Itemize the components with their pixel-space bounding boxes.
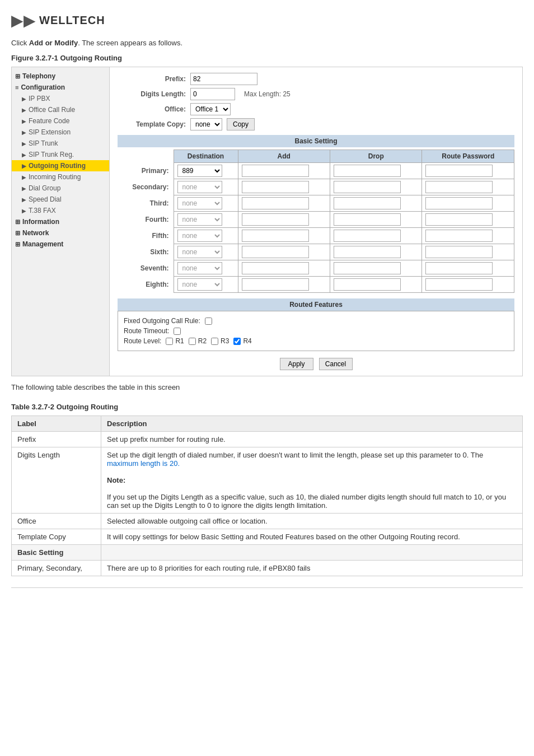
dest-select-4[interactable]: none889888887: [177, 230, 222, 242]
pw-input-5[interactable]: [425, 246, 493, 258]
prefix-input[interactable]: [190, 73, 257, 85]
sidebar-item-speed-dial[interactable]: ▶ Speed Dial: [12, 194, 109, 205]
template-copy-select[interactable]: none: [190, 118, 222, 130]
copy-button[interactable]: Copy: [227, 118, 255, 130]
pw-input-3[interactable]: [425, 213, 493, 226]
dest-select-7[interactable]: none889888887: [177, 278, 222, 291]
pw-input-7[interactable]: [425, 278, 493, 291]
dest-select-1[interactable]: none889888887: [177, 181, 222, 193]
add-cell-0: [238, 163, 330, 179]
digits-length-row: Digits Length: Max Length: 25: [118, 88, 514, 100]
prefix-control: [190, 73, 257, 85]
pw-input-2[interactable]: [425, 197, 493, 209]
dest-select-6[interactable]: none889888887: [177, 262, 222, 274]
drop-cell-2: [330, 195, 422, 212]
route-table-row: Eighth: none889888887: [118, 277, 514, 293]
ip-pbx-label: IP PBX: [29, 95, 50, 102]
route-level-r2-checkbox[interactable]: [189, 338, 196, 345]
sidebar-item-dial-group[interactable]: ▶ Dial Group: [12, 183, 109, 194]
dest-cell-5: none889888887: [174, 244, 238, 260]
desc-label-2: Office: [12, 514, 101, 529]
route-timeout-label: Route Timeout:: [124, 327, 169, 335]
dest-select-2[interactable]: none889888887: [177, 197, 222, 209]
max-length-label: Max Length: 25: [244, 90, 291, 98]
dest-select-5[interactable]: none889888887: [177, 246, 222, 258]
sidebar-item-sip-trunk[interactable]: ▶ SIP Trunk: [12, 138, 109, 149]
route-timeout-row: Route Timeout:: [124, 327, 508, 335]
add-input-3[interactable]: [242, 213, 309, 226]
sidebar-item-incoming-routing[interactable]: ▶ Incoming Routing: [12, 171, 109, 183]
route-table: Destination Add Drop Route Password Prim…: [118, 150, 514, 293]
add-input-2[interactable]: [242, 197, 309, 209]
apply-button[interactable]: Apply: [280, 358, 313, 370]
add-input-6[interactable]: [242, 262, 309, 274]
dest-cell-2: none889888887: [174, 195, 238, 212]
dest-cell-6: none889888887: [174, 260, 238, 277]
sidebar-item-network[interactable]: ⊞ Network: [12, 227, 109, 239]
intro-paragraph: Click Add or Modify. The screen appears …: [11, 39, 523, 47]
add-input-5[interactable]: [242, 246, 309, 258]
sidebar-item-ip-pbx[interactable]: ▶ IP PBX: [12, 93, 109, 104]
sidebar-item-information[interactable]: ⊞ Information: [12, 216, 109, 227]
logo: ▶▶ WELLTECH: [11, 11, 523, 30]
desc-label-1: Digits Length: [12, 447, 101, 514]
sidebar-item-feature-code[interactable]: ▶ Feature Code: [12, 115, 109, 127]
digits-length-control: Max Length: 25: [190, 88, 291, 100]
dest-select-0[interactable]: none889888887: [177, 165, 222, 177]
arrow-icon: ▶: [22, 129, 26, 136]
add-input-4[interactable]: [242, 230, 309, 242]
cancel-button[interactable]: Cancel: [319, 358, 353, 370]
add-input-1[interactable]: [242, 181, 309, 193]
office-row: Office: Office 1 Office 2 Office 3: [118, 103, 514, 115]
sidebar-item-t38-fax[interactable]: ▶ T.38 FAX: [12, 205, 109, 216]
drop-input-1[interactable]: [334, 181, 401, 193]
intro-text-suffix: . The screen appears as follows.: [78, 39, 182, 47]
office-control: Office 1 Office 2 Office 3: [190, 103, 231, 115]
pw-cell-2: [422, 195, 514, 212]
pw-input-4[interactable]: [425, 230, 493, 242]
arrow-icon: ▶: [22, 185, 26, 192]
sidebar-item-office-call-rule[interactable]: ▶ Office Call Rule: [12, 104, 109, 115]
sidebar-item-telephony[interactable]: ⊞ Telephony: [12, 71, 109, 82]
add-cell-2: [238, 195, 330, 212]
sidebar-item-management[interactable]: ⊞ Management: [12, 239, 109, 250]
route-timeout-checkbox[interactable]: [174, 328, 181, 335]
route-level-r3-checkbox[interactable]: [211, 338, 218, 345]
drop-input-6[interactable]: [334, 262, 401, 274]
dest-cell-3: none889888887: [174, 212, 238, 228]
add-input-0[interactable]: [242, 165, 309, 177]
network-icon: ⊞: [15, 230, 20, 237]
office-select[interactable]: Office 1 Office 2 Office 3: [190, 103, 231, 115]
configuration-label: Configuration: [21, 83, 65, 91]
add-input-7[interactable]: [242, 278, 309, 291]
route-level-r4-checkbox[interactable]: [233, 338, 241, 345]
sidebar-item-sip-trunk-reg[interactable]: ▶ SIP Trunk Reg.: [12, 149, 109, 160]
pw-input-6[interactable]: [425, 262, 493, 274]
drop-input-0[interactable]: [334, 165, 401, 177]
sidebar-item-sip-extension[interactable]: ▶ SIP Extension: [12, 127, 109, 138]
drop-input-2[interactable]: [334, 197, 401, 209]
drop-input-7[interactable]: [334, 278, 401, 291]
digits-length-input[interactable]: [190, 88, 235, 100]
desc-value-2: Selected allowable outgoing call office …: [101, 514, 523, 529]
sidebar-item-configuration[interactable]: ≡ Configuration: [12, 82, 109, 93]
office-call-rule-label: Office Call Rule: [29, 106, 75, 114]
dest-select-3[interactable]: none889888887: [177, 213, 222, 226]
col-add: Add: [238, 150, 330, 163]
t38-fax-label: T.38 FAX: [29, 207, 56, 214]
template-copy-control: none Copy: [190, 118, 255, 130]
drop-input-3[interactable]: [334, 213, 401, 226]
row-label-5: Sixth:: [118, 244, 174, 260]
desc-value-1: Set up the digit length of dialed number…: [101, 447, 523, 514]
drop-input-4[interactable]: [334, 230, 401, 242]
telephony-icon: ⊞: [15, 73, 20, 80]
col-drop: Drop: [330, 150, 422, 163]
sidebar-item-outgoing-routing[interactable]: ▶ Outgoing Routing: [12, 160, 109, 171]
desc-table-row: Template CopyIt will copy settings for b…: [12, 529, 523, 545]
row-label-4: Fifth:: [118, 228, 174, 244]
route-level-r1-checkbox[interactable]: [166, 338, 173, 345]
fixed-outgoing-checkbox[interactable]: [205, 318, 212, 325]
drop-input-5[interactable]: [334, 246, 401, 258]
pw-input-1[interactable]: [425, 181, 493, 193]
pw-input-0[interactable]: [425, 165, 493, 177]
